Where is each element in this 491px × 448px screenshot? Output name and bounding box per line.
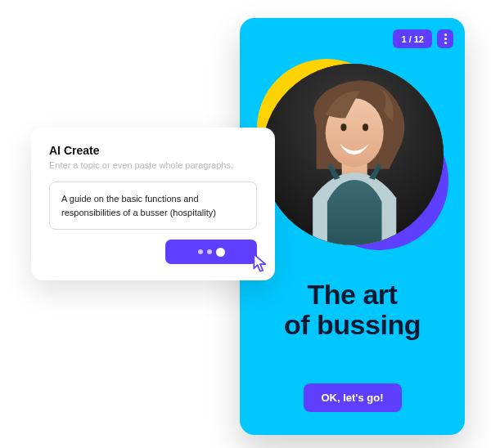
- generate-button[interactable]: [165, 240, 257, 264]
- svg-point-3: [340, 123, 346, 131]
- lesson-title: The art of bussing: [240, 280, 465, 339]
- ai-create-hint: Enter a topic or even paste whole paragr…: [49, 160, 257, 170]
- cursor-pointer-icon: [250, 253, 272, 274]
- ai-create-card: AI Create Enter a topic or even paste wh…: [31, 128, 275, 280]
- svg-point-4: [362, 123, 367, 131]
- start-lesson-button[interactable]: OK, let's go!: [303, 383, 401, 412]
- lesson-title-line1: The art: [308, 279, 398, 310]
- page-indicator: 1 / 12: [393, 29, 432, 48]
- topic-input[interactable]: A guide on the basic functions and respo…: [49, 181, 257, 230]
- ai-create-actions: [49, 240, 257, 264]
- lesson-title-line2: of bussing: [284, 309, 421, 340]
- lesson-hero-image: [262, 64, 444, 245]
- loading-dot-icon: [216, 248, 225, 257]
- ai-create-heading: AI Create: [49, 144, 257, 157]
- loading-dot-icon: [198, 249, 203, 254]
- lesson-topbar: 1 / 12: [393, 29, 453, 48]
- hero-photo: [262, 64, 444, 245]
- loading-dot-icon: [207, 249, 212, 254]
- kebab-menu-button[interactable]: [437, 29, 453, 48]
